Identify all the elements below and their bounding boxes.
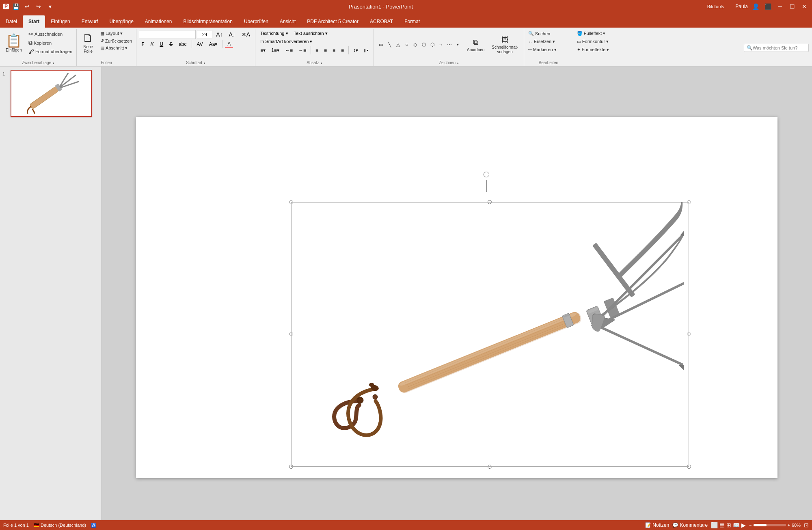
clear-format-button[interactable]: ✕A (239, 30, 253, 39)
tab-pdf-architect[interactable]: PDF Architect 5 Creator (301, 15, 364, 28)
shape-triangle-button[interactable]: △ (394, 41, 402, 48)
align-right-button[interactable]: ≡ (330, 47, 338, 54)
canvas-area[interactable] (102, 67, 812, 520)
shape-oval-button[interactable]: ○ (403, 41, 411, 48)
strikethrough-button[interactable]: S (167, 41, 175, 48)
close-button[interactable]: ✕ (800, 2, 809, 11)
outline-view-button[interactable]: ▤ (719, 522, 725, 528)
notes-button[interactable]: 📝 Notizen (645, 522, 669, 528)
minimize-button[interactable]: ─ (775, 2, 784, 11)
shape-arrow-button[interactable]: → (437, 41, 445, 48)
fork-image[interactable] (294, 202, 684, 462)
font-case-button[interactable]: Aa▾ (207, 41, 220, 48)
zoom-out-icon[interactable]: − (749, 523, 752, 528)
underline-button[interactable]: U (158, 41, 166, 48)
search-button[interactable]: 🔍 Suchen (527, 30, 552, 37)
selection-handle-bl[interactable] (289, 465, 293, 469)
shape-expand-button[interactable]: ▾ (454, 42, 462, 47)
tab-animationen[interactable]: Animationen (139, 15, 178, 28)
tab-einfuegen[interactable]: Einfügen (45, 15, 76, 28)
tab-datei[interactable]: Datei (0, 15, 23, 28)
slide-canvas[interactable] (136, 117, 777, 478)
char-spacing-button[interactable]: AV (194, 41, 205, 48)
smartart-button[interactable]: In SmartArt konvertieren ▾ (258, 38, 315, 45)
decrease-indent-button[interactable]: ←≡ (283, 47, 295, 54)
tab-acrobat[interactable]: ACROBAT (364, 15, 399, 28)
reset-button[interactable]: ↺ Zurücksetzen (99, 37, 134, 44)
cut-button[interactable]: ✂ Ausschneiden (27, 30, 74, 38)
comments-button[interactable]: 💬 Kommentare (672, 522, 708, 528)
selection-handle-ml[interactable] (289, 332, 293, 336)
expand-schriftart-icon[interactable]: ⬧ (203, 61, 205, 65)
what-to-do-input[interactable] (753, 45, 806, 50)
fill-effect-button[interactable]: 🪣 Fülleffekt ▾ (575, 30, 607, 37)
slide-sorter-button[interactable]: ⊞ (726, 522, 731, 528)
layout-button[interactable]: ▦ Layout ▾ (99, 30, 134, 37)
tab-bildschirmpraesentation[interactable]: Bildschirmpräsentation (178, 15, 238, 28)
tab-start[interactable]: Start (23, 15, 45, 28)
section-button[interactable]: ▤ Abschnitt ▾ (99, 45, 134, 52)
tab-uebergaenge[interactable]: Übergänge (104, 15, 139, 28)
group-expand-icon[interactable]: ⬧ (52, 61, 54, 65)
tab-format[interactable]: Format (399, 15, 425, 28)
selection-handle-bc[interactable] (488, 465, 492, 469)
ribbon-display-button[interactable]: ⬛ (763, 2, 772, 11)
fit-slide-button[interactable]: ⊡ (804, 522, 809, 528)
copy-button[interactable]: ⧉ Kopieren (27, 39, 74, 47)
quickstyles-button[interactable]: 🖼 Schnellformat-vorlagen (488, 34, 521, 56)
align-center-button[interactable]: ≡ (322, 47, 329, 54)
user-name[interactable]: Paula (735, 4, 748, 9)
selection-handle-tr[interactable] (687, 200, 691, 204)
form-border-button[interactable]: ▭ Formkontur ▾ (575, 38, 610, 45)
shape-pentagon-button[interactable]: ⬠ (420, 41, 428, 48)
tab-ansicht[interactable]: Ansicht (274, 15, 301, 28)
redo-button[interactable]: ↪ (34, 2, 43, 11)
form-effects-button[interactable]: ✦ Formeffekte ▾ (575, 46, 611, 53)
columns-button[interactable]: ⫿▾ (361, 47, 371, 54)
new-slide-button[interactable]: 🗋 NeueFolie (79, 30, 97, 56)
bold-button[interactable]: F (139, 41, 147, 48)
numbering-button[interactable]: 1≡▾ (269, 47, 282, 54)
rotation-handle[interactable] (484, 172, 489, 177)
tab-entwurf[interactable]: Entwurf (76, 15, 104, 28)
slide-thumbnail-1[interactable] (11, 70, 92, 117)
undo-button[interactable]: ↩ (23, 2, 32, 11)
customize-qat-button[interactable]: ▾ (45, 2, 54, 11)
save-button[interactable]: 💾 (11, 2, 20, 11)
format-transfer-button[interactable]: 🖌 Format übertragen (27, 47, 74, 56)
bullets-button[interactable]: ≡▾ (258, 47, 268, 54)
zoom-slider[interactable] (754, 524, 786, 526)
font-family-input[interactable] (139, 30, 196, 39)
font-size-input[interactable] (197, 30, 212, 39)
justify-button[interactable]: ≡ (339, 47, 346, 54)
selection-handle-tl[interactable] (289, 200, 293, 204)
slideshow-button[interactable]: ▶ (741, 522, 746, 528)
increase-indent-button[interactable]: →≡ (296, 47, 309, 54)
tab-ueberpruefen[interactable]: Überprüfen (238, 15, 274, 28)
selection-handle-mr[interactable] (687, 332, 691, 336)
normal-view-button[interactable]: ⬜ (711, 522, 718, 528)
italic-button[interactable]: K (148, 41, 156, 48)
arrange-button[interactable]: ⧉ Anordnen (464, 37, 488, 54)
font-color-button[interactable]: A (225, 40, 233, 48)
shape-rect-button[interactable]: ▭ (377, 41, 385, 48)
shape-line-button[interactable]: ╲ (386, 41, 394, 48)
shadow-button[interactable]: abc (176, 41, 189, 48)
zoom-in-icon[interactable]: + (788, 523, 790, 528)
account-icon[interactable]: 👤 (751, 2, 760, 11)
expand-absatz-icon[interactable]: ⬧ (320, 61, 322, 65)
select-button[interactable]: ✏ Markieren ▾ (527, 46, 558, 53)
reading-view-button[interactable]: 📖 (733, 522, 740, 528)
line-spacing-button[interactable]: ↕▾ (351, 47, 361, 54)
shape-more-button[interactable]: ⋯ (445, 41, 454, 48)
selection-handle-br[interactable] (687, 465, 691, 469)
replace-button[interactable]: ↔ Ersetzen ▾ (527, 38, 557, 45)
align-left-button[interactable]: ≡ (313, 47, 321, 54)
shape-diamond-button[interactable]: ◇ (411, 41, 419, 48)
decrease-font-button[interactable]: A↓ (226, 30, 238, 39)
align-text-button[interactable]: Text ausrichten ▾ (292, 30, 330, 37)
shape-hexagon-button[interactable]: ⬡ (428, 41, 436, 48)
text-direction-button[interactable]: Textrichtung ▾ (258, 30, 290, 37)
expand-zeichnen-icon[interactable]: ⬧ (457, 61, 459, 65)
paste-button[interactable]: 📋 Einfügen (2, 30, 25, 56)
